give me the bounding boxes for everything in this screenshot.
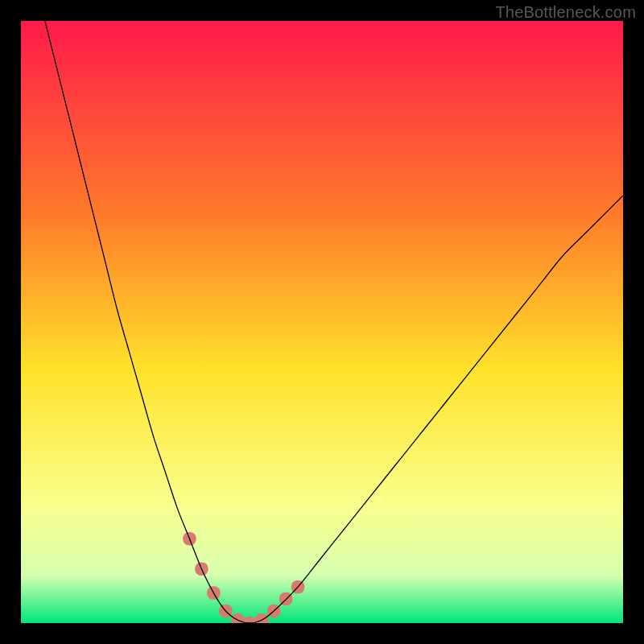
chart-plot-area xyxy=(21,21,623,623)
attribution-label: TheBottleneck.com xyxy=(495,3,636,22)
outer-frame: TheBottleneck.com xyxy=(0,0,644,644)
gradient-background xyxy=(21,21,623,623)
chart-svg xyxy=(21,21,623,623)
